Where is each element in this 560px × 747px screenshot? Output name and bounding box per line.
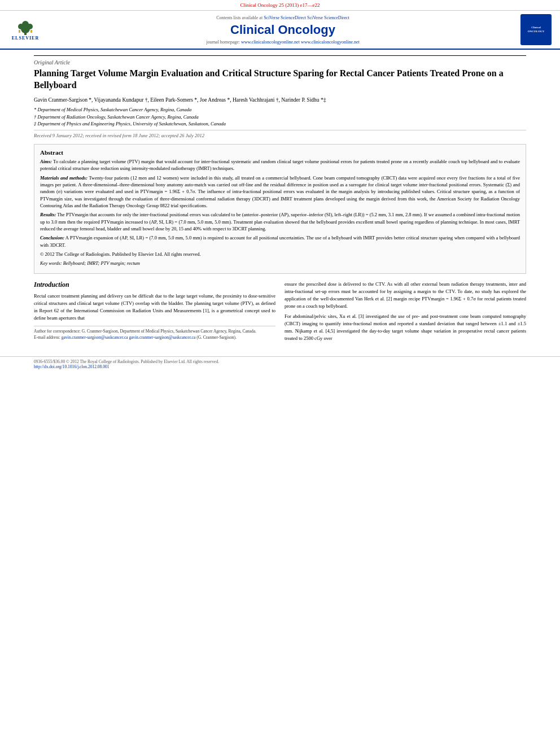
affiliations: * Department of Medical Physics, Saskatc…: [34, 106, 526, 128]
footnote-section: Author for correspondence: G. Cranmer-Sa…: [34, 326, 275, 340]
methods-label: Materials and methods:: [40, 175, 88, 181]
abstract-aims: Aims: To calculate a planning target vol…: [40, 158, 520, 172]
footnote-author: Author for correspondence: G. Cranmer-Sa…: [34, 329, 275, 335]
article-type: Original Article: [34, 55, 526, 65]
results-text: The PTVmargin that accounts for only the…: [40, 212, 520, 231]
svg-point-4: [22, 21, 29, 28]
abstract-results: Results: The PTVmargin that accounts for…: [40, 211, 520, 232]
two-col-section: Introduction Rectal cancer treatment pla…: [34, 281, 526, 345]
footer-doi: http://dx.doi.org/10.1016/j.clon.2012.08…: [34, 364, 526, 369]
homepage-url: www.clinicaloncologyonline.net: [241, 40, 300, 45]
main-content: Original Article Planning Target Volume …: [0, 50, 560, 351]
abstract-heading: Abstract: [40, 149, 520, 156]
keywords-line: Key words: Bellyboard; IMRT; PTV margin;…: [40, 260, 520, 267]
footer-issn: 0936-6555/$36.00 © 2012 The Royal Colleg…: [34, 359, 526, 364]
elsevier-text: ELSEVIER: [12, 36, 39, 41]
footnote-email: E-mail address: gavin.cranmer-sargison@s…: [34, 335, 275, 341]
journal-header-center: Contents lists available at SciVerse Sci…: [50, 14, 516, 45]
abstract-methods: Materials and methods: Twenty-four patie…: [40, 174, 520, 209]
journal-header: ELSEVIER Contents lists available at Sci…: [0, 11, 560, 50]
intro-para2: ensure the prescribed dose is delivered …: [285, 281, 526, 309]
logo-text: ClinicalONCOLOGY: [528, 26, 545, 33]
sciverse-line: Contents lists available at SciVerse Sci…: [216, 15, 349, 20]
top-bar: Clinical Oncology 25 (2013) e17—e22: [0, 0, 560, 11]
conclusion-text: A PTVmargin expansion of (AP, SI, LR) = …: [40, 235, 520, 247]
abstract-text: Aims: To calculate a planning target vol…: [40, 158, 520, 267]
col-right: ensure the prescribed dose is delivered …: [285, 281, 526, 345]
intro-heading: Introduction: [34, 281, 275, 289]
abstract-section: Abstract Aims: To calculate a planning t…: [34, 144, 526, 274]
article-title: Planning Target Volume Margin Evaluation…: [34, 68, 526, 91]
keywords-text: Bellyboard; IMRT; PTV margin; rectum: [63, 260, 140, 266]
affiliation-1: * Department of Medical Physics, Saskatc…: [34, 106, 526, 113]
authors: Gavin Cranmer-Sargison *, Vijayananda Ku…: [34, 96, 526, 104]
journal-logo-box: ClinicalONCOLOGY: [520, 14, 552, 45]
affiliation-2: † Department of Radiation Oncology, Sask…: [34, 113, 526, 121]
email-label: E-mail address:: [34, 335, 60, 340]
journal-title: Clinical Oncology: [230, 23, 335, 37]
aims-text: To calculate a planning target volume (P…: [40, 159, 520, 171]
top-bar-text: Clinical Oncology 25 (2013) e17—e22: [240, 2, 320, 8]
elsevier-tree-icon: [14, 19, 37, 36]
results-label: Results:: [40, 212, 56, 217]
email-suffix: (G. Cranmer-Sargison).: [196, 335, 237, 340]
doi-link[interactable]: http://dx.doi.org/10.1016/j.clon.2012.08…: [34, 364, 109, 369]
abstract-copyright: © 2012 The College of Radiologists. Publ…: [40, 251, 520, 257]
intro-para3: For abdominal/pelvic sites, Xu et al. [3…: [285, 313, 526, 342]
affiliation-3: ‡ Department of Physics and Engineering …: [34, 120, 526, 128]
page-wrapper: Clinical Oncology 25 (2013) e17—e22 ELSE…: [0, 0, 560, 372]
aims-label: Aims:: [40, 159, 52, 164]
abstract-conclusion: Conclusion: A PTVmargin expansion of (AP…: [40, 234, 520, 248]
methods-text: Twenty-four patients (12 men and 12 wome…: [40, 175, 520, 208]
page-footer: 0936-6555/$36.00 © 2012 The Royal Colleg…: [0, 356, 560, 372]
sciverse-link[interactable]: SciVerse ScienceDirect: [264, 15, 306, 20]
elsevier-logo-section: ELSEVIER: [6, 14, 45, 45]
elsevier-logo: ELSEVIER: [7, 16, 44, 44]
sciverse-link-text: SciVerse ScienceDirect: [307, 15, 349, 20]
svg-rect-5: [19, 30, 20, 33]
homepage-label: journal homepage:: [206, 40, 240, 45]
journal-homepage: journal homepage: www.clinicaloncologyon…: [206, 40, 360, 45]
col-left: Introduction Rectal cancer treatment pla…: [34, 281, 275, 345]
sciverse-prefix: Contents lists available at: [216, 15, 262, 20]
svg-rect-6: [30, 30, 32, 33]
received-line: Received 9 January 2012; received in rev…: [34, 130, 526, 138]
email-address[interactable]: gavin.cranmer-sargison@saskcancer.ca: [62, 335, 128, 340]
keywords-label: Key words:: [40, 260, 62, 266]
intro-para1: Rectal cancer treatment planning and del…: [34, 292, 275, 321]
conclusion-label: Conclusion:: [40, 235, 64, 241]
journal-logo-right: ClinicalONCOLOGY: [520, 14, 554, 45]
